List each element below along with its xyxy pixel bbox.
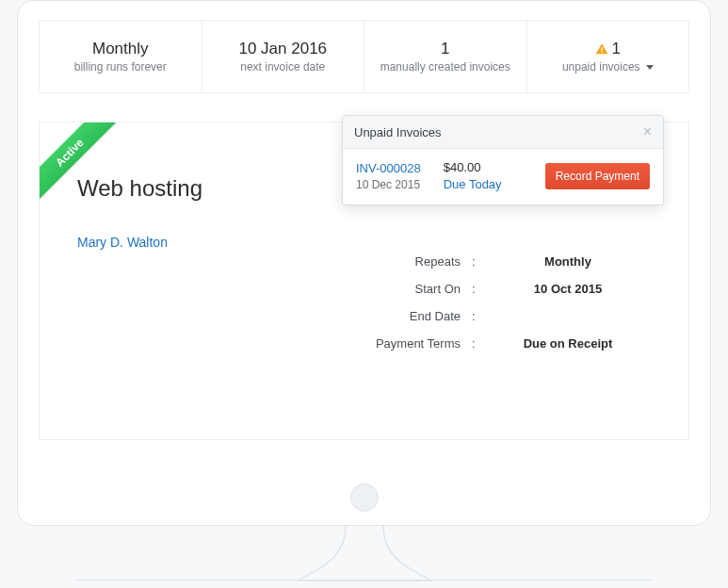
stats-bar: Monthly billing runs forever 10 Jan 2016… [39,20,689,93]
colon: : [472,254,485,269]
popover-header: Unpaid Invoices × [343,116,663,149]
popover-body: INV-000028 10 Dec 2015 $40.00 Due Today … [343,149,663,204]
detail-row-end-date: End Date : [349,309,651,323]
detail-value: 10 Oct 2015 [485,282,651,296]
record-payment-button[interactable]: Record Payment [545,163,650,189]
colon: : [472,336,485,351]
desk-line [75,580,653,580]
svg-rect-1 [601,52,602,53]
monitor-home-button [350,483,379,512]
unpaid-invoices-popover: Unpaid Invoices × INV-000028 10 Dec 2015… [342,115,664,205]
stat-label: manually created invoices [380,60,510,74]
popover-title: Unpaid Invoices [354,125,442,139]
invoice-amount: $40.00 [444,160,502,174]
detail-value: Monthly [485,254,651,269]
invoice-status: Due Today [444,177,502,191]
detail-row-start-on: Start On : 10 Oct 2015 [349,282,651,296]
invoice-amount-col: $40.00 Due Today [444,160,502,191]
stat-label: billing runs forever [74,60,167,74]
chevron-down-icon [646,65,654,70]
colon: : [472,309,485,323]
details-list: Repeats : Monthly Start On : 10 Oct 2015… [349,254,651,364]
detail-label: Payment Terms [349,336,472,351]
stat-value: Monthly [92,40,149,58]
customer-link[interactable]: Mary D. Walton [77,235,168,250]
unpaid-count: 1 [612,40,621,58]
stat-value: 10 Jan 2016 [238,40,327,58]
monitor-stand [289,526,440,582]
detail-row-repeats: Repeats : Monthly [349,254,651,269]
monitor-frame: Monthly billing runs forever 10 Jan 2016… [17,0,711,526]
invoice-id-col: INV-000028 10 Dec 2015 [356,161,421,191]
close-icon[interactable]: × [643,124,652,139]
detail-label: Start On [349,282,472,296]
detail-label: Repeats [349,254,472,269]
invoice-number-link[interactable]: INV-000028 [356,161,421,175]
stat-unpaid-invoices[interactable]: 1 unpaid invoices [527,21,689,92]
stat-next-invoice: 10 Jan 2016 next invoice date [202,21,365,92]
invoice-date: 10 Dec 2015 [356,178,421,191]
detail-row-payment-terms: Payment Terms : Due on Receipt [349,336,651,351]
warning-icon [595,42,608,56]
stat-label: unpaid invoices [562,60,654,74]
colon: : [472,282,485,296]
detail-label: End Date [349,309,472,323]
detail-value: Due on Receipt [485,336,651,351]
svg-rect-0 [601,47,602,51]
stat-value: 1 [441,40,449,58]
stat-value: 1 [595,40,621,58]
stat-label: next invoice date [240,60,325,74]
stat-manual-invoices: 1 manually created invoices [364,21,527,92]
stat-billing-frequency: Monthly billing runs forever [40,21,202,92]
